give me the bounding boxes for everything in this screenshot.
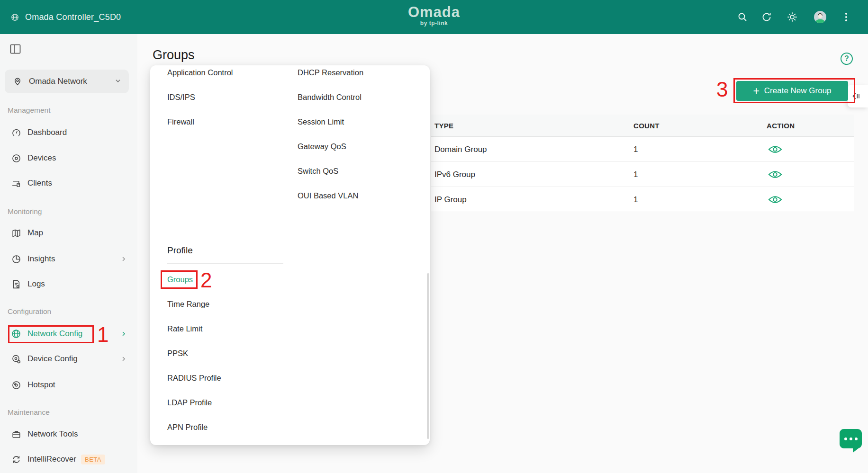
sidebar-item-hotspot[interactable]: Hotspot xyxy=(0,373,137,397)
intellirecover-icon xyxy=(11,454,21,464)
map-icon xyxy=(11,228,21,238)
sidebar-item-clients[interactable]: Clients xyxy=(0,171,137,196)
sidebar-item-network-config[interactable]: Network Config xyxy=(0,321,137,346)
help-icon[interactable]: ? xyxy=(841,53,853,65)
devices-icon xyxy=(11,153,21,163)
sidebar-collapse-icon[interactable] xyxy=(10,44,21,54)
create-new-group-button[interactable]: + Create New Group xyxy=(736,81,848,101)
sidebar-item-logs[interactable]: Logs xyxy=(0,272,137,296)
site-selector[interactable]: Omada Network xyxy=(5,70,129,93)
col-header-action: ACTION xyxy=(767,115,795,137)
chevron-down-icon xyxy=(114,77,122,85)
network-config-globe-icon xyxy=(11,329,21,339)
table-header-row: TYPE COUNT ACTION xyxy=(431,115,854,137)
cell-count: 1 xyxy=(633,162,638,187)
view-eye-icon[interactable] xyxy=(768,144,782,154)
avatar[interactable] xyxy=(814,10,827,24)
cell-count: 1 xyxy=(633,137,638,162)
site-selector-label: Omada Network xyxy=(29,77,87,86)
menu-item-ids-ips[interactable]: IDS/IPS xyxy=(167,91,195,103)
menu-item-ppsk[interactable]: PPSK xyxy=(167,348,188,359)
network-tools-icon xyxy=(11,429,21,439)
cell-count: 1 xyxy=(633,187,638,212)
sidebar-item-insights[interactable]: Insights xyxy=(0,247,137,271)
menu-item-application-control[interactable]: Application Control xyxy=(167,67,233,78)
network-config-flyout-menu: Application Control IDS/IPS Firewall DHC… xyxy=(150,65,430,445)
section-management: Management xyxy=(8,106,50,115)
menu-item-session-limit[interactable]: Session Limit xyxy=(298,116,344,127)
sidebar-item-map[interactable]: Map xyxy=(0,221,137,245)
brightness-icon[interactable] xyxy=(786,10,799,24)
menu-item-ldap-profile[interactable]: LDAP Profile xyxy=(167,397,212,408)
panel-collapse-tab[interactable] xyxy=(848,85,868,107)
sidebar: Omada Network Management Dashboard Devic… xyxy=(0,34,137,473)
menu-item-time-range[interactable]: Time Range xyxy=(167,298,209,310)
profile-section-header: Profile xyxy=(167,245,193,256)
search-icon[interactable] xyxy=(736,10,749,24)
collapse-panel-icon xyxy=(852,92,861,100)
menu-item-dhcp-reservation[interactable]: DHCP Reservation xyxy=(298,67,363,78)
sidebar-item-intellirecover[interactable]: IntelliRecover BETA xyxy=(0,447,137,472)
menu-item-gateway-qos[interactable]: Gateway QoS xyxy=(298,141,346,152)
flyout-scrollbar-thumb[interactable] xyxy=(427,273,429,439)
cell-type: IPv6 Group xyxy=(434,162,475,187)
insights-icon xyxy=(11,254,21,264)
cell-type: Domain Group xyxy=(434,137,487,162)
chevron-right-icon xyxy=(120,255,127,263)
section-monitoring: Monitoring xyxy=(8,207,42,216)
menu-item-firewall[interactable]: Firewall xyxy=(167,116,194,127)
view-eye-icon[interactable] xyxy=(768,170,782,179)
logs-icon xyxy=(11,279,21,289)
table-row: Domain Group 1 xyxy=(431,137,854,162)
menu-item-oui-based-vlan[interactable]: OUI Based VLAN xyxy=(298,190,358,201)
device-config-icon xyxy=(11,354,21,364)
groups-table: TYPE COUNT ACTION Domain Group 1 IPv6 Gr… xyxy=(431,115,854,212)
sidebar-item-device-config[interactable]: Device Config xyxy=(0,347,137,371)
plus-icon: + xyxy=(753,86,759,96)
dashboard-icon xyxy=(11,127,21,138)
annotation-number-step3: 3 xyxy=(716,79,728,100)
menu-item-radius-profile[interactable]: RADIUS Profile xyxy=(167,372,221,384)
col-header-type: TYPE xyxy=(434,115,453,137)
section-maintenance: Maintenance xyxy=(8,408,50,417)
chevron-right-icon xyxy=(120,355,127,363)
chevron-right-icon xyxy=(120,330,127,338)
refresh-icon[interactable] xyxy=(760,10,773,24)
menu-item-switch-qos[interactable]: Switch QoS xyxy=(298,165,338,177)
table-row: IPv6 Group 1 xyxy=(431,162,854,187)
cell-type: IP Group xyxy=(434,187,467,212)
location-pin-icon xyxy=(13,77,22,86)
more-menu-icon[interactable] xyxy=(840,10,853,24)
col-header-count: COUNT xyxy=(633,115,660,137)
menu-item-bandwidth-control[interactable]: Bandwidth Control xyxy=(298,91,362,103)
chat-bubble-icon[interactable] xyxy=(840,429,862,448)
sidebar-item-devices[interactable]: Devices xyxy=(0,146,137,170)
section-configuration: Configuration xyxy=(8,307,51,316)
table-row: IP Group 1 xyxy=(431,187,854,212)
sidebar-item-dashboard[interactable]: Dashboard xyxy=(0,120,137,145)
menu-item-groups[interactable]: Groups xyxy=(167,274,193,285)
page-title: Groups xyxy=(153,48,195,62)
menu-item-apn-profile[interactable]: APN Profile xyxy=(167,421,208,433)
clients-icon xyxy=(11,178,21,188)
app-header: Omada Controller_C5D0 Omada by tp-link xyxy=(0,0,868,34)
profile-divider xyxy=(167,263,283,264)
menu-item-rate-limit[interactable]: Rate Limit xyxy=(167,323,202,334)
beta-badge: BETA xyxy=(81,455,105,464)
sidebar-item-network-tools[interactable]: Network Tools xyxy=(0,422,137,446)
hotspot-icon xyxy=(11,380,21,390)
view-eye-icon[interactable] xyxy=(768,195,782,205)
